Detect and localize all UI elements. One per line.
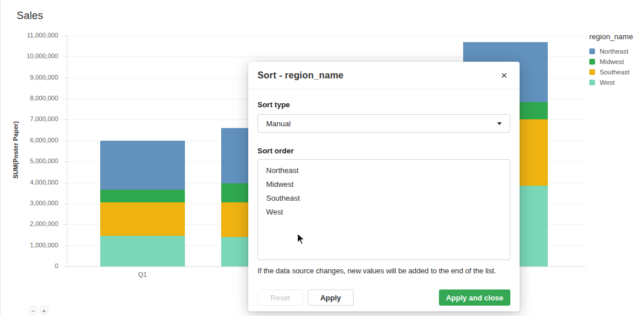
y-tick-mark — [64, 141, 66, 141]
bar-segment-northeast[interactable] — [100, 141, 185, 190]
legend-label: West — [600, 79, 615, 86]
sort-type-label: Sort type — [257, 100, 290, 109]
sort-dialog-header: Sort - region_name × — [248, 62, 520, 89]
sort-dialog: Sort - region_name × Sort type Manual So… — [248, 62, 520, 311]
legend-swatch-icon — [589, 69, 595, 75]
sort-dialog-body: Sort type Manual Sort order NortheastMid… — [248, 89, 520, 275]
y-tick-label: 11,000,000 — [10, 32, 58, 39]
y-tick-mark — [64, 183, 66, 183]
y-tick-label: 5,000,000 — [10, 157, 58, 164]
legend-title: region_name — [589, 32, 633, 41]
sort-order-item[interactable]: Midwest — [258, 178, 510, 191]
sort-order-listbox[interactable]: NortheastMidwestSoutheastWest — [257, 159, 510, 260]
legend-item-southeast[interactable]: Southeast — [589, 68, 630, 76]
chevron-down-icon — [497, 122, 502, 125]
sort-type-selected-value: Manual — [266, 119, 291, 128]
y-tick-mark — [64, 78, 66, 78]
y-axis-title: SUM(Poster Paper) — [12, 92, 19, 208]
legend-label: Northeast — [600, 48, 628, 55]
workbook-page: Sales SUM(Poster Paper) 01,000,0002,000,… — [0, 0, 644, 316]
legend-item-northeast[interactable]: Northeast — [589, 47, 628, 55]
y-axis-line — [67, 36, 67, 266]
y-tick-label: 3,000,000 — [10, 200, 58, 206]
y-tick-label: 8,000,000 — [10, 95, 58, 101]
y-tick-mark — [64, 266, 66, 267]
legend-label: Midwest — [600, 58, 624, 65]
y-tick-label: 1,000,000 — [10, 242, 58, 249]
y-tick-mark — [64, 224, 66, 225]
reset-button[interactable]: Reset — [257, 289, 303, 306]
sort-order-item[interactable]: West — [258, 205, 510, 219]
apply-button[interactable]: Apply — [308, 289, 354, 306]
sort-order-item[interactable]: Northeast — [258, 164, 510, 178]
bar-segment-midwest[interactable] — [100, 190, 185, 202]
y-tick-mark — [64, 36, 66, 36]
grid-line — [67, 36, 585, 36]
y-tick-label: 7,000,000 — [10, 115, 58, 122]
y-tick-mark — [64, 246, 66, 246]
y-tick-mark — [64, 204, 66, 204]
y-tick-mark — [64, 161, 66, 162]
sort-type-select[interactable]: Manual — [257, 114, 510, 133]
legend-swatch-icon — [589, 80, 595, 85]
y-tick-label: 6,000,000 — [10, 137, 58, 144]
legend-label: Southeast — [600, 69, 630, 76]
y-tick-label: 10,000,000 — [10, 52, 58, 59]
legend-swatch-icon — [589, 59, 595, 65]
sort-dialog-title: Sort - region_name — [257, 70, 343, 81]
y-tick-label: 9,000,000 — [10, 74, 58, 81]
page-title: Sales — [17, 10, 43, 22]
legend-item-west[interactable]: West — [589, 78, 615, 86]
sort-dialog-footer: Reset Apply Apply and close — [248, 289, 520, 306]
y-tick-mark — [64, 99, 66, 99]
y-tick-label: 0 — [10, 262, 58, 269]
zoom-in-button[interactable]: + — [40, 306, 48, 315]
sort-dialog-note: If the data source changes, new values w… — [257, 266, 510, 275]
sort-order-label: Sort order — [257, 146, 510, 155]
y-tick-mark — [64, 119, 66, 120]
sort-order-item[interactable]: Southeast — [258, 191, 510, 205]
mouse-cursor — [297, 233, 305, 246]
x-tick-label: Q1 — [120, 271, 166, 278]
bar-segment-west[interactable] — [100, 236, 185, 266]
zoom-out-button[interactable]: − — [29, 306, 37, 315]
close-icon[interactable]: × — [498, 69, 510, 82]
apply-and-close-button[interactable]: Apply and close — [439, 289, 510, 306]
y-tick-label: 4,000,000 — [10, 179, 58, 186]
y-tick-mark — [64, 57, 66, 57]
bar-segment-southeast[interactable] — [100, 202, 185, 236]
legend-swatch-icon — [589, 48, 595, 54]
legend-item-midwest[interactable]: Midwest — [589, 58, 624, 66]
y-tick-label: 2,000,000 — [10, 220, 58, 227]
